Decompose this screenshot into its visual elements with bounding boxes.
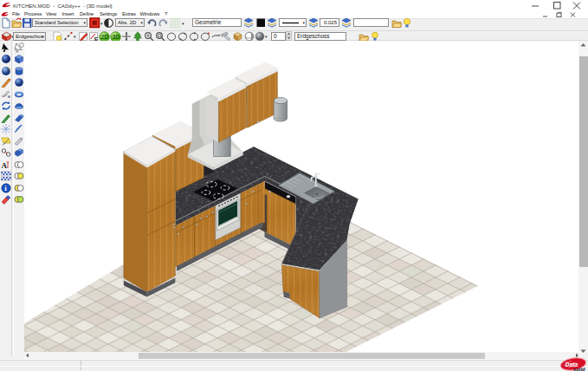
svg-text:3D: 3D (112, 34, 120, 40)
svg-text:2D: 2D (100, 34, 108, 40)
svg-text:A: A (2, 160, 8, 169)
svg-text:solid: solid (573, 367, 585, 371)
